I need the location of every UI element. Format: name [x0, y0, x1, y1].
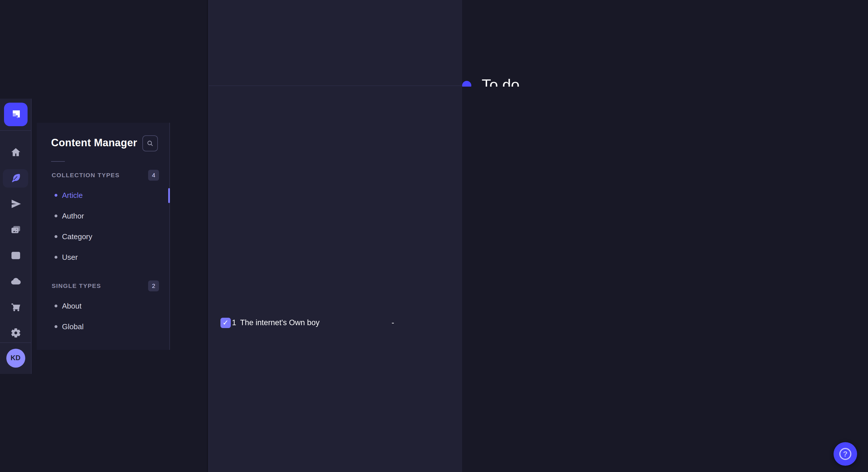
- main-content: Back Article Create new entry 5 entries …: [175, 0, 868, 472]
- sidebar-item-label: Global: [62, 322, 84, 331]
- section-label: SINGLE TYPES: [52, 282, 101, 289]
- entries-table-card: ID TITLE TO BE RELEASED IN REVIEW STAGE …: [208, 0, 868, 472]
- bullet-icon: [55, 214, 57, 217]
- bullet-icon: [55, 235, 57, 238]
- bullet-icon: [55, 305, 57, 307]
- row-checkbox[interactable]: ✓: [220, 318, 231, 328]
- rail-settings-icon[interactable]: [3, 324, 28, 342]
- sidebar-item-label: Article: [62, 191, 83, 200]
- rail-divider: [0, 130, 31, 131]
- media-library-icon[interactable]: [3, 221, 28, 239]
- content-manager-sidebar: Content Manager COLLECTION TYPES 4 Artic…: [37, 123, 170, 349]
- single-types-section: SINGLE TYPES 2 About Global: [37, 280, 169, 337]
- entries-table: ID TITLE TO BE RELEASED IN REVIEW STAGE …: [209, 0, 868, 472]
- cell-release: -: [391, 0, 461, 86]
- content-type-builder-icon[interactable]: [3, 246, 28, 265]
- section-label: COLLECTION TYPES: [52, 171, 120, 178]
- content-manager-icon[interactable]: [3, 169, 28, 187]
- main-nav-rail: KD: [0, 98, 32, 374]
- search-icon: [146, 139, 154, 147]
- sidebar-item-global[interactable]: Global: [37, 316, 169, 337]
- sidebar-divider: [51, 161, 65, 162]
- sidebar-item-label: Category: [62, 232, 92, 241]
- strapi-logo-icon: [9, 108, 22, 120]
- bullet-icon: [55, 194, 57, 197]
- marketplace-cart-icon[interactable]: [3, 298, 28, 316]
- cell-release: -: [391, 86, 461, 472]
- cell-id: 1: [231, 86, 239, 472]
- deploy-cloud-icon[interactable]: [3, 272, 28, 291]
- collection-types-section: COLLECTION TYPES 4 Article Author Catego…: [37, 169, 169, 268]
- help-button[interactable]: ?: [834, 442, 857, 466]
- strapi-logo[interactable]: [4, 102, 27, 126]
- sidebar-item-article[interactable]: Article: [37, 185, 169, 206]
- table-row[interactable]: ✓ 1 The internet's Own boy - To do - Eng…: [209, 86, 868, 472]
- releases-icon[interactable]: [3, 195, 28, 213]
- home-icon[interactable]: [3, 143, 28, 162]
- section-count-badge: 4: [148, 169, 159, 180]
- cell-title: The internet's Own boy: [239, 86, 391, 472]
- app-window: KD Content Manager COLLECTION TYPES 4 Ar…: [0, 0, 868, 472]
- cell-title: Beautiful picture: [239, 0, 391, 86]
- sidebar-item-label: About: [62, 302, 82, 310]
- sidebar-title: Content Manager: [51, 137, 137, 149]
- sidebar-item-label: User: [62, 253, 78, 262]
- sidebar-item-about[interactable]: About: [37, 296, 169, 316]
- bullet-icon: [55, 256, 57, 259]
- rail-bottom-divider: [0, 342, 31, 343]
- sidebar-item-label: Author: [62, 212, 84, 220]
- sidebar-item-category[interactable]: Category: [37, 226, 169, 247]
- sidebar-item-author[interactable]: Author: [37, 206, 169, 226]
- bullet-icon: [55, 325, 57, 328]
- sidebar-item-user[interactable]: User: [37, 247, 169, 268]
- cell-id: 4: [231, 0, 239, 86]
- sidebar-search-button[interactable]: [143, 135, 158, 151]
- cell-review-stage: To do: [462, 87, 868, 472]
- user-avatar[interactable]: KD: [6, 348, 25, 367]
- table-row[interactable]: 4 Beautiful picture - To do - English (e…: [209, 0, 868, 86]
- question-mark-icon: ?: [839, 448, 851, 460]
- active-indicator: [168, 188, 170, 203]
- section-count-badge: 2: [148, 280, 159, 291]
